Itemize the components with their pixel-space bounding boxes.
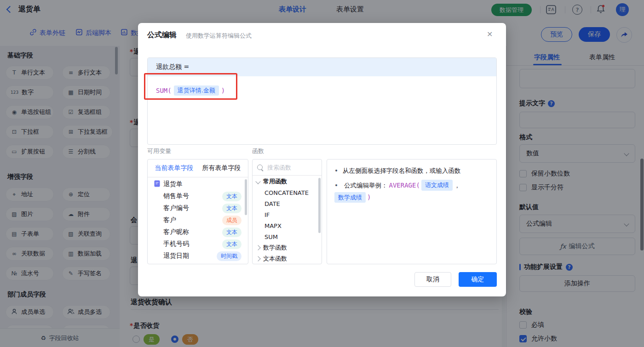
type-tag: 文本 <box>222 204 242 213</box>
search-icon <box>257 165 263 170</box>
chevron-right-icon <box>255 245 260 250</box>
chevron-down-icon <box>255 179 260 184</box>
dialog-title: 公式编辑 <box>147 30 177 40</box>
variables-label: 可用变量 <box>147 147 171 155</box>
function-item[interactable]: MAPX <box>253 220 322 231</box>
function-item[interactable]: DATE <box>253 198 322 209</box>
close-paren: ) <box>367 193 371 202</box>
variables-panel: 当前表单字段 所有表单字段 退货单 销售单号文本 客户编号文本 客户成员 客户昵… <box>147 159 248 264</box>
help-line-1: •从左侧面板选择字段名和函数，或输入函数 <box>334 166 489 175</box>
function-item[interactable]: CONCATENATE <box>253 187 322 198</box>
type-tag: 文本 <box>222 192 242 201</box>
tab-current-form-fields[interactable]: 当前表单字段 <box>155 164 194 172</box>
formula-editor-dialog: 公式编辑 使用数学运算符编辑公式 ✕ 退款总额 = SUM( 退货详情.金额 )… <box>138 23 506 296</box>
functions-panel: 常用函数 CONCATENATE DATE IF MAPX SUM 数学函数 文… <box>252 159 322 264</box>
tab-all-form-fields[interactable]: 所有表单字段 <box>202 164 241 172</box>
type-tag: 时间戳 <box>217 251 242 261</box>
cancel-button[interactable]: 取消 <box>414 272 451 287</box>
function-group[interactable]: 常用函数 <box>253 176 322 187</box>
variable-row[interactable]: 手机号码文本 <box>148 238 248 250</box>
type-tag: 文本 <box>222 239 242 249</box>
function-group[interactable]: 文本函数 <box>253 253 322 264</box>
function-search-input[interactable] <box>266 164 314 171</box>
annotation-highlight-box <box>144 73 237 100</box>
type-tag: 成员 <box>222 216 242 225</box>
chevron-right-icon <box>255 256 260 261</box>
function-item[interactable]: IF <box>253 209 322 220</box>
help-line-2: •公式编辑举例： AVERAGE( 语文成绩 ， 数学成绩 ) <box>334 180 489 203</box>
field-token: 语文成绩 <box>421 180 453 191</box>
confirm-button[interactable]: 确定 <box>459 272 497 287</box>
function-name: AVERAGE( <box>389 181 420 190</box>
variable-row[interactable]: 销售单号文本 <box>148 190 248 202</box>
functions-scrollbar[interactable] <box>318 178 321 233</box>
close-icon[interactable]: ✕ <box>487 30 493 39</box>
dialog-subtitle: 使用数学运算符编辑公式 <box>186 32 252 40</box>
function-group[interactable]: 数学函数 <box>253 242 322 253</box>
variable-row[interactable]: 退货日期时间戳 <box>148 250 248 262</box>
app-window: 退货单 表单设计 表单设置 数据管理 A ? 理 表单外链 后端脚本 数据权 预… <box>0 0 644 347</box>
variable-row[interactable]: 客户编号文本 <box>148 202 248 214</box>
variables-scrollbar[interactable] <box>245 179 247 215</box>
tree-root[interactable]: 退货单 <box>148 177 248 190</box>
tree-root-label: 退货单 <box>163 180 183 188</box>
doc-icon <box>154 180 160 188</box>
help-panel: •从左侧面板选择字段名和函数，或输入函数 •公式编辑举例： AVERAGE( 语… <box>327 159 497 264</box>
field-token: 数学成绩 <box>334 192 366 203</box>
function-item[interactable]: SUM <box>253 231 322 242</box>
type-tag: 文本 <box>222 228 242 237</box>
formula-editor[interactable]: 退款总额 = SUM( 退货详情.金额 ) <box>147 57 497 145</box>
variable-row[interactable]: 客户昵称文本 <box>148 226 248 238</box>
variable-row[interactable]: 客户成员 <box>148 214 248 226</box>
functions-label: 函数 <box>252 147 264 155</box>
